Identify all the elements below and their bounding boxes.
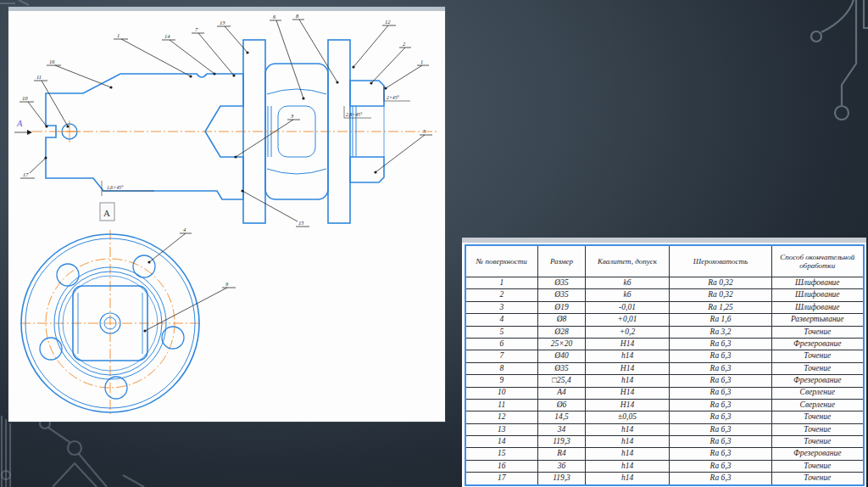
cell: Сверление bbox=[772, 387, 864, 399]
table-row: 2Ø35k6Ra 0,32Шлифование bbox=[465, 289, 864, 301]
cell: 17 bbox=[465, 473, 538, 485]
table-row: 15R4h14Ra 6,3Фрезерование bbox=[465, 448, 864, 460]
circuit-top-right bbox=[811, 0, 868, 120]
callout-13: 13 bbox=[217, 20, 249, 54]
cell: Точение bbox=[772, 436, 864, 448]
table-row: 5Ø28+0,2Ra 3,2Точение bbox=[465, 326, 864, 338]
cell: Ra 1,25 bbox=[670, 301, 772, 313]
callout-1: 1 bbox=[114, 32, 192, 78]
table-row: 625×20H14Ra 6,3Фрезерование bbox=[465, 338, 864, 350]
cell: 9 bbox=[465, 375, 538, 387]
technical-drawing-panel: 1,6×45° 2×45° 2,8×45° A bbox=[8, 7, 445, 422]
cell: Ra 6,3 bbox=[670, 436, 772, 448]
cell: Точение bbox=[772, 460, 864, 472]
table-row: 7Ø40h14Ra 6,3Точение bbox=[465, 350, 864, 362]
section-view: 1,6×45° 2×45° 2,8×45° A bbox=[14, 13, 439, 227]
cell: 10 bbox=[465, 387, 538, 399]
cell: Ra 6,3 bbox=[670, 350, 772, 362]
callout-6: 6 bbox=[270, 14, 305, 100]
cell: Ra 3,2 bbox=[670, 326, 772, 338]
table-row: 3Ø19-0,01Ra 1,25Шлифование bbox=[465, 301, 864, 313]
cell: k6 bbox=[586, 277, 670, 289]
callout-4: 4 bbox=[147, 227, 192, 264]
view-label-box: A bbox=[100, 203, 114, 221]
cell: +0,2 bbox=[586, 326, 670, 338]
cell: +0,01 bbox=[586, 314, 670, 326]
dim-text: 1,6×45° bbox=[107, 185, 124, 190]
callout-10: 10 bbox=[19, 95, 48, 128]
dimension-chamfer-right: 2×45° bbox=[384, 86, 410, 101]
cell: 16 bbox=[465, 460, 538, 472]
cell: □25,4 bbox=[538, 375, 586, 387]
cell: Ra 6,3 bbox=[670, 411, 772, 423]
table-row: 10A4H14Ra 6,3Сверление bbox=[465, 387, 864, 399]
cell: Точение bbox=[772, 326, 864, 338]
svg-text:13: 13 bbox=[220, 20, 225, 25]
cell: R4 bbox=[538, 448, 586, 460]
cell: Ø8 bbox=[538, 314, 586, 326]
cell: 36 bbox=[538, 460, 586, 472]
callout-9: 9 bbox=[143, 281, 236, 333]
cell: Ra 6,3 bbox=[670, 399, 772, 411]
header-cell: Квалитет, допуск bbox=[586, 245, 670, 277]
cell: 4 bbox=[465, 314, 538, 326]
cell: h14 bbox=[586, 436, 670, 448]
cell: 13 bbox=[465, 423, 538, 435]
cell: 119,3 bbox=[538, 436, 586, 448]
cell: 2 bbox=[465, 289, 538, 301]
cell: 3 bbox=[465, 301, 538, 313]
dimension-bore-chamfer: 2,8×45° bbox=[344, 106, 371, 118]
cell: Ra 6,3 bbox=[670, 387, 772, 399]
dimension-chamfer-left: 1,6×45° bbox=[102, 181, 154, 196]
cell: Ø35 bbox=[538, 289, 586, 301]
cell: Развертывание bbox=[772, 314, 864, 326]
cell: Ra 6,3 bbox=[670, 362, 772, 374]
svg-text:1: 1 bbox=[117, 32, 120, 38]
cell: Ø35 bbox=[538, 362, 586, 374]
svg-text:12: 12 bbox=[385, 19, 391, 25]
table-row: 1Ø35k6Ra 0,32Шлифование bbox=[465, 277, 864, 289]
right-end-top-wall bbox=[350, 81, 384, 106]
cell: Сверление bbox=[772, 399, 864, 411]
callout-16: 16 bbox=[47, 59, 113, 89]
svg-text:5: 5 bbox=[423, 128, 426, 134]
view-letter: A bbox=[103, 208, 110, 218]
svg-text:15: 15 bbox=[298, 220, 304, 226]
svg-text:7: 7 bbox=[195, 26, 198, 32]
cell: A4 bbox=[538, 387, 586, 399]
svg-text:8: 8 bbox=[296, 13, 299, 19]
svg-text:16: 16 bbox=[49, 59, 55, 64]
cell: 15 bbox=[465, 448, 538, 460]
cell: ±0,05 bbox=[586, 411, 670, 423]
cell: h14 bbox=[586, 460, 670, 472]
cell: 8 bbox=[465, 362, 538, 374]
cell: Ra 6,3 bbox=[670, 460, 772, 472]
cell: 25×20 bbox=[538, 338, 586, 350]
cell: 6 bbox=[465, 338, 538, 350]
cell: Ra 6,3 bbox=[670, 338, 772, 350]
cell: h14 bbox=[586, 423, 670, 435]
table-row: 9□25,4h14Ra 6,3Фрезерование bbox=[465, 375, 864, 387]
cell: Ra 0,32 bbox=[670, 277, 772, 289]
svg-text:10: 10 bbox=[22, 95, 28, 101]
dim-text: 2×45° bbox=[387, 95, 400, 100]
callout-15: 15 bbox=[241, 189, 309, 227]
slide-canvas: 1,6×45° 2×45° 2,8×45° A bbox=[0, 0, 868, 487]
callout-17: 17 bbox=[20, 156, 47, 178]
header-cell: № поверхности bbox=[465, 245, 538, 277]
cell: 7 bbox=[465, 350, 538, 362]
table-row: 11Ø6H14Ra 6,3Сверление bbox=[465, 399, 864, 411]
circuit-top-left bbox=[0, 0, 29, 5]
table-row: 1334h14Ra 6,3Точение bbox=[465, 423, 864, 435]
cell: Ra 6,3 bbox=[670, 423, 772, 435]
table-row: 14119,3h14Ra 6,3Точение bbox=[465, 436, 864, 448]
callout-5: 5 bbox=[374, 128, 432, 174]
callout-11: 11 bbox=[34, 74, 70, 128]
cell: Шлифование bbox=[772, 301, 864, 313]
svg-text:11: 11 bbox=[36, 74, 42, 80]
svg-text:17: 17 bbox=[23, 171, 29, 177]
table-row: 1214,5±0,05Ra 6,3Точение bbox=[465, 411, 864, 423]
cell: Ø35 bbox=[538, 277, 586, 289]
cell: 12 bbox=[465, 411, 538, 423]
cell: 5 bbox=[465, 326, 538, 338]
